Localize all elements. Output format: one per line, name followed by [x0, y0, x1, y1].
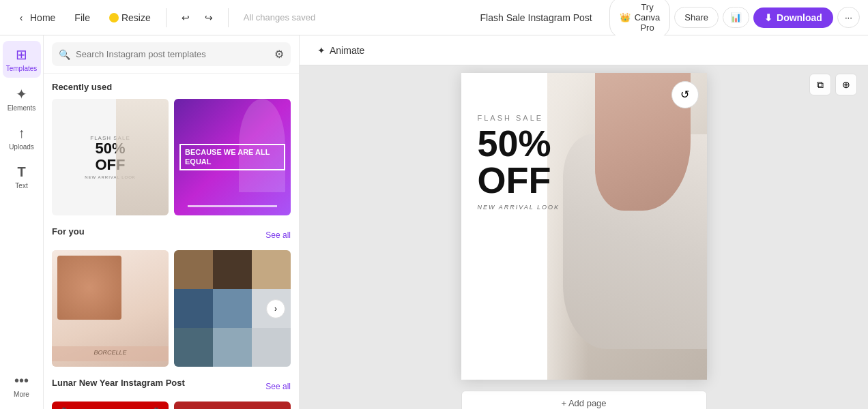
animate-icon: ✦ — [317, 45, 326, 56]
left-sidebar: ⊞ Templates ✦ Elements ↑ Uploads T Text … — [0, 35, 44, 409]
elements-icon: ✦ — [16, 86, 27, 102]
animate-button[interactable]: ✦ Animate — [310, 41, 371, 60]
canvas-off: OFF — [478, 162, 613, 198]
undo-redo-group: ↩ ↪ — [175, 8, 220, 27]
sidebar-item-uploads[interactable]: ↑ Uploads — [3, 120, 41, 156]
analytics-button[interactable]: 📊 — [723, 7, 749, 28]
for-you-header: For you See all — [52, 226, 291, 243]
search-input[interactable] — [76, 49, 269, 59]
canvas-flash-label: FLASH SALE — [478, 114, 613, 122]
redo-button[interactable]: ↪ — [198, 8, 220, 27]
for-you-section: For you See all BORCELLE — [52, 226, 291, 367]
download-button[interactable]: ⬇ Download — [753, 7, 833, 28]
for-you-see-all[interactable]: See all — [265, 230, 291, 240]
lunar-title: Lunar New Year Instagram Post — [52, 378, 185, 388]
duplicate-canvas-button[interactable]: ⧉ — [809, 74, 831, 95]
file-button[interactable]: File — [68, 8, 97, 27]
canvas-arrival: NEW ARRIVAL LOOK — [478, 204, 613, 211]
share-button[interactable]: Share — [674, 7, 719, 28]
sidebar-item-templates[interactable]: ⊞ Templates — [3, 41, 41, 78]
search-bar: 🔍 ⚙ — [52, 42, 291, 66]
panel-search-area: 🔍 ⚙ — [44, 35, 299, 74]
try-canva-pro-button[interactable]: 👑 Try Canva Pro — [609, 0, 671, 38]
for-you-next-button[interactable]: › — [266, 299, 285, 318]
recently-used-title: Recently used — [52, 82, 291, 92]
canvas-percent: 50% — [478, 125, 613, 162]
filter-icon[interactable]: ⚙ — [274, 48, 284, 61]
lunar-section: Lunar New Year Instagram Post See all 🏮 … — [52, 378, 291, 409]
more-icon: ••• — [14, 373, 29, 389]
canvas-area: ✦ Animate ⧉ ⊕ — [300, 35, 868, 409]
template-equal[interactable]: BECAUSE WE ARE ALL EQUAL — [174, 99, 291, 215]
main-area: ⊞ Templates ✦ Elements ↑ Uploads T Text … — [0, 35, 868, 409]
template-flash-sale[interactable]: FLASH SALE 50% OFF NEW ARRIVAL LOOK — [52, 99, 169, 215]
search-icon: 🔍 — [59, 49, 70, 60]
templates-panel: 🔍 ⚙ Recently used FLASH SALE 50% OFF NEW… — [44, 35, 300, 409]
divider-2 — [228, 8, 229, 27]
more-options-button[interactable]: ··· — [837, 7, 860, 28]
template-lunar-2[interactable]: Happy Lunar New Year 2022 — [174, 402, 291, 409]
resize-dot-icon — [109, 13, 119, 22]
lunar-grid: 🏮 🏮 HAPPY LUNAR NEW YEAR SUPER SALE Happ… — [52, 402, 291, 409]
text-icon: T — [17, 164, 25, 180]
home-button[interactable]: ‹ Home — [8, 7, 62, 28]
top-navigation: ‹ Home File Resize ↩ ↪ All changes saved… — [0, 0, 868, 35]
ellipsis-icon: ··· — [845, 12, 852, 22]
canvas-tools: ⧉ ⊕ — [809, 74, 857, 95]
add-canvas-button[interactable]: ⊕ — [835, 74, 857, 95]
template-lunar-1[interactable]: 🏮 🏮 HAPPY LUNAR NEW YEAR SUPER SALE — [52, 402, 169, 409]
uploads-icon: ↑ — [18, 125, 25, 141]
resize-button[interactable]: Resize — [102, 8, 158, 27]
autosave-status: All changes saved — [237, 8, 323, 27]
add-page-button[interactable]: + Add page — [461, 391, 707, 410]
template-borcelle-logo: BORCELLE — [52, 349, 169, 356]
canvas-text-area: FLASH SALE 50% OFF NEW ARRIVAL LOOK — [478, 114, 613, 211]
for-you-title: For you — [52, 226, 85, 237]
redo-icon: ↪ — [205, 12, 213, 23]
undo-button[interactable]: ↩ — [175, 8, 197, 27]
rotate-button[interactable]: ↺ — [671, 81, 699, 108]
document-title: Flash Sale Instagram Post — [468, 12, 603, 23]
analytics-icon: 📊 — [730, 12, 742, 22]
recently-used-section: Recently used FLASH SALE 50% OFF NEW ARR… — [52, 82, 291, 215]
sidebar-item-elements[interactable]: ✦ Elements — [3, 80, 41, 117]
divider-1 — [166, 8, 167, 27]
sidebar-item-text[interactable]: T Text — [3, 159, 41, 195]
for-you-grid: BORCELLE — [52, 250, 291, 367]
chevron-left-icon: ‹ — [15, 12, 27, 24]
templates-icon: ⊞ — [16, 46, 27, 63]
animate-bar: ✦ Animate — [300, 35, 868, 65]
download-icon: ⬇ — [764, 12, 772, 23]
crown-icon: 👑 — [620, 12, 631, 22]
lunar-header: Lunar New Year Instagram Post See all — [52, 378, 291, 395]
lunar-see-all[interactable]: See all — [265, 382, 291, 391]
panel-content: Recently used FLASH SALE 50% OFF NEW ARR… — [44, 74, 299, 409]
design-canvas[interactable]: FLASH SALE 50% OFF NEW ARRIVAL LOOK ↺ — [461, 73, 707, 380]
rotate-icon: ↺ — [680, 88, 689, 101]
undo-icon: ↩ — [182, 12, 190, 23]
sidebar-item-more[interactable]: ••• More — [3, 367, 41, 404]
canvas-wrapper: ⧉ ⊕ — [300, 65, 868, 409]
recently-used-grid: FLASH SALE 50% OFF NEW ARRIVAL LOOK BECA… — [52, 99, 291, 215]
template-borcelle[interactable]: BORCELLE — [52, 250, 169, 367]
